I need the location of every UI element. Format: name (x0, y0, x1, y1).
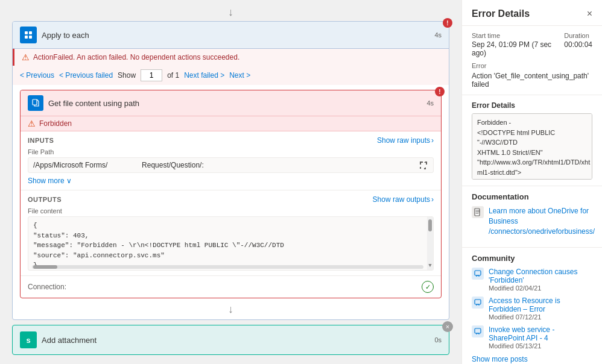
error-details-section: Error Details Forbidden - <!DOCTYPE html… (462, 95, 602, 186)
duration-label: Duration (564, 32, 592, 39)
meta-section: Start time Sep 24, 01:09 PM (7 sec ago) … (462, 26, 602, 95)
apply-each-error-badge: ! (443, 18, 452, 28)
error-value: Action 'Get_file_content_using_path' fai… (472, 72, 592, 89)
community-date-3: Modified 05/13/21 (489, 342, 592, 350)
right-panel: Error Details × Start time Sep 24, 01:09… (461, 0, 602, 364)
show-more-posts-button[interactable]: Show more posts (472, 355, 528, 363)
duration-value: 00:00:04 (564, 40, 592, 49)
community-section: Community Change Connection causes 'Forb… (462, 248, 602, 364)
inputs-label: INPUTS (28, 137, 54, 144)
svg-rect-8 (475, 328, 481, 333)
code-line-1: { (33, 221, 428, 231)
community-icon-2 (472, 297, 484, 309)
add-attachment-icon: s (20, 331, 37, 348)
right-title: Error Details (472, 8, 530, 19)
svg-rect-4 (33, 99, 37, 105)
get-file-error-badge: ! (435, 87, 445, 96)
connection-check-icon: ✓ (422, 281, 434, 293)
community-text-2[interactable]: Access to Resource is Forbidden – Error (489, 297, 592, 313)
doc-item: Learn more about OneDrive for Business /… (472, 206, 592, 236)
error-details-box: Forbidden - <!DOCTYPE html PUBLIC "-//W3… (472, 113, 592, 180)
doc-icon (472, 206, 484, 218)
file-path-expand-button[interactable] (419, 160, 428, 170)
community-item-1: Change Connection causes 'Forbidden' Mod… (472, 268, 592, 292)
left-panel: ↓ Apply to each 4s ! ⚠ ActionFail (0, 0, 461, 364)
warn-icon: ⚠ (22, 52, 30, 62)
page-input[interactable]: 1 (141, 69, 162, 81)
svg-rect-0 (25, 31, 28, 34)
community-date-1: Modified 02/04/21 (489, 284, 592, 292)
outputs-section: OUTPUTS Show raw outputs › File content … (21, 190, 441, 276)
forbidden-text: Forbidden (39, 119, 72, 128)
prev-failed-button[interactable]: < Previous failed (59, 71, 113, 80)
get-file-icon (28, 95, 43, 111)
error-details-text: Forbidden - <!DOCTYPE html PUBLIC "-//W3… (477, 118, 587, 180)
start-time-label: Start time (472, 32, 564, 39)
community-item-3: Invoke web service - SharePoint API - 4 … (472, 325, 592, 350)
add-attachment-block[interactable]: s Add attachment 0s × (12, 325, 449, 355)
show-label: Show (118, 71, 136, 80)
apply-each-badge: 4s (434, 31, 442, 39)
inputs-section: INPUTS Show raw inputs › File Path /Apps… (21, 131, 441, 190)
code-line-4: "source": "api.connectorp.svc.ms" (33, 251, 428, 261)
start-time-value: Sep 24, 01:09 PM (7 sec ago) (472, 40, 564, 57)
community-icon-3 (472, 325, 484, 337)
svg-rect-1 (29, 31, 32, 34)
code-line-3: "message": "Forbidden - \r\n<!DOCTYPE ht… (33, 240, 428, 251)
documentation-heading: Documentation (472, 192, 592, 201)
prev-button[interactable]: < Previous (20, 71, 54, 80)
apply-each-header[interactable]: Apply to each 4s (13, 22, 449, 49)
documentation-section: Documentation Learn more about OneDrive … (462, 186, 602, 248)
file-path-value: /Apps/Microsoft Forms/ Request/Question/… (33, 161, 204, 169)
community-text-1[interactable]: Change Connection causes 'Forbidden' (489, 268, 592, 284)
apply-each-block: Apply to each 4s ! ⚠ ActionFailed. An ac… (12, 21, 449, 320)
error-label: Error (472, 62, 592, 69)
file-content-code-box: { "status": 403, "message": "Forbidden -… (28, 216, 434, 271)
next-button[interactable]: Next > (229, 71, 250, 80)
middle-arrow: ↓ (13, 303, 449, 316)
file-path-label: File Path (28, 148, 434, 155)
apply-each-error-bar: ⚠ ActionFailed. An action failed. No dep… (13, 49, 449, 66)
svg-rect-2 (25, 36, 28, 39)
community-text-3[interactable]: Invoke web service - SharePoint API - 4 (489, 325, 592, 342)
svg-rect-7 (475, 300, 481, 304)
nav-bar: < Previous < Previous failed Show 1 of 1… (13, 66, 449, 85)
show-more-button[interactable]: Show more ∨ (28, 177, 72, 185)
community-date-2: Modified 07/12/21 (489, 313, 592, 321)
top-arrow: ↓ (12, 6, 449, 19)
next-failed-button[interactable]: Next failed > (184, 71, 224, 80)
connection-label: Connection: (28, 283, 66, 291)
get-file-badge: 4s (426, 99, 434, 107)
forbidden-warn-icon: ⚠ (28, 119, 36, 128)
community-icon-1 (472, 268, 484, 280)
get-file-header[interactable]: Get file content using path 4s (21, 90, 441, 116)
right-close-button[interactable]: × (587, 8, 592, 19)
of-text: of 1 (167, 71, 179, 80)
right-header: Error Details × (462, 0, 602, 26)
code-line-2: "status": 403, (33, 231, 428, 241)
svg-rect-6 (475, 271, 481, 275)
svg-rect-3 (29, 36, 32, 39)
add-attachment-close-button[interactable]: × (442, 321, 453, 332)
show-raw-inputs-button[interactable]: Show raw inputs › (377, 136, 434, 145)
forbidden-bar: ⚠ Forbidden (21, 116, 441, 131)
apply-each-error-message: ActionFailed. An action failed. No depen… (33, 53, 239, 61)
file-path-value-box: /Apps/Microsoft Forms/ Request/Question/… (28, 157, 434, 173)
get-file-title: Get file content using path (48, 99, 139, 108)
community-item-2: Access to Resource is Forbidden – Error … (472, 297, 592, 321)
add-attachment-badge: 0s (434, 336, 442, 344)
outputs-label: OUTPUTS (28, 196, 62, 203)
add-attachment-title: Add attachment (42, 336, 97, 345)
doc-link[interactable]: Learn more about OneDrive for Business /… (489, 206, 595, 236)
get-file-block: Get file content using path 4s ! ⚠ Forbi… (20, 90, 442, 298)
show-raw-outputs-button[interactable]: Show raw outputs › (373, 195, 434, 204)
apply-each-title: Apply to each (42, 31, 89, 40)
file-content-label: File content (28, 207, 434, 215)
community-heading: Community (472, 254, 592, 263)
apply-each-icon (20, 27, 37, 43)
connection-row: Connection: ✓ (21, 276, 441, 298)
error-details-label: Error Details (472, 101, 592, 110)
